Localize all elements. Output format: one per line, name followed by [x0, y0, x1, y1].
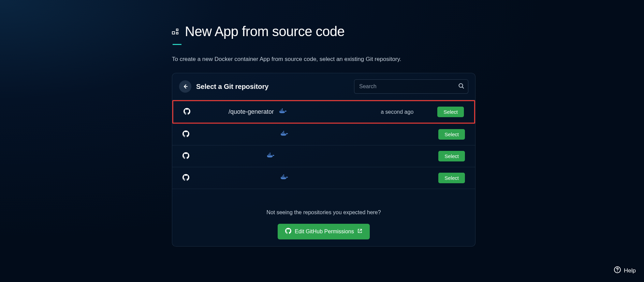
page-subtitle: To create a new Docker container App fro…	[172, 56, 475, 63]
docker-icon	[279, 108, 287, 116]
accent-bar	[173, 44, 181, 45]
svg-rect-6	[282, 111, 283, 112]
svg-rect-7	[281, 109, 282, 110]
svg-rect-5	[281, 111, 282, 112]
svg-rect-1	[176, 29, 178, 31]
select-button[interactable]: Select	[438, 151, 465, 161]
svg-rect-4	[280, 111, 281, 112]
repo-row: Select	[172, 167, 475, 189]
edit-permissions-button[interactable]: Edit GitHub Permissions	[278, 224, 369, 239]
svg-rect-12	[282, 133, 283, 134]
svg-rect-31	[284, 177, 286, 178]
svg-rect-11	[281, 133, 282, 134]
select-button[interactable]: Select	[438, 173, 465, 183]
docker-icon	[280, 131, 288, 138]
svg-rect-0	[172, 32, 175, 34]
svg-rect-9	[282, 108, 283, 109]
svg-rect-22	[269, 154, 270, 155]
svg-rect-16	[283, 131, 284, 132]
svg-rect-24	[271, 155, 272, 156]
footer-section: Not seeing the repositories you expected…	[172, 189, 475, 246]
svg-rect-27	[283, 177, 284, 178]
help-label: Help	[624, 267, 636, 274]
external-link-icon	[357, 229, 362, 235]
svg-rect-25	[281, 177, 282, 178]
repo-name: /quote-generator	[229, 108, 274, 115]
select-button[interactable]: Select	[438, 129, 465, 140]
svg-rect-15	[283, 132, 284, 133]
svg-rect-30	[283, 174, 284, 175]
repo-timestamp: a second ago	[381, 109, 413, 115]
repo-row: Select	[172, 124, 475, 145]
github-icon	[182, 174, 189, 182]
github-icon	[285, 228, 291, 235]
help-button[interactable]: Help	[614, 266, 636, 275]
svg-rect-20	[269, 155, 270, 156]
help-icon	[614, 266, 621, 275]
panel-title: Select a Git repository	[196, 83, 268, 91]
svg-rect-26	[282, 177, 283, 178]
svg-rect-21	[268, 154, 269, 155]
svg-point-33	[617, 271, 618, 272]
svg-rect-29	[283, 175, 284, 176]
repo-panel: Select a Git repository /quote-generator…	[172, 73, 475, 247]
svg-rect-17	[284, 133, 286, 134]
svg-rect-10	[283, 111, 284, 112]
github-icon	[182, 152, 189, 160]
svg-rect-19	[268, 155, 269, 156]
repo-row: Select	[172, 145, 475, 167]
search-icon	[458, 83, 464, 90]
svg-rect-14	[282, 132, 283, 133]
docker-icon	[280, 174, 288, 182]
svg-rect-23	[269, 153, 270, 154]
repo-row: /quote-generatora second agoSelect	[172, 100, 475, 124]
edit-permissions-label: Edit GitHub Permissions	[295, 229, 354, 235]
svg-rect-13	[283, 133, 284, 134]
docker-icon	[266, 153, 275, 160]
svg-rect-28	[282, 175, 283, 176]
page-title: New App from source code	[185, 24, 345, 39]
footer-prompt: Not seeing the repositories you expected…	[179, 209, 468, 216]
github-icon	[182, 130, 189, 139]
svg-rect-18	[267, 155, 268, 156]
page-header: New App from source code To create a new…	[172, 24, 475, 63]
search-box	[354, 79, 468, 94]
grid-icon	[172, 29, 179, 37]
search-input[interactable]	[354, 79, 468, 94]
svg-rect-8	[282, 109, 283, 110]
select-button[interactable]: Select	[437, 107, 464, 117]
back-button[interactable]	[179, 80, 191, 93]
panel-header: Select a Git repository	[172, 73, 475, 100]
github-icon	[184, 108, 190, 116]
svg-rect-2	[176, 32, 178, 34]
